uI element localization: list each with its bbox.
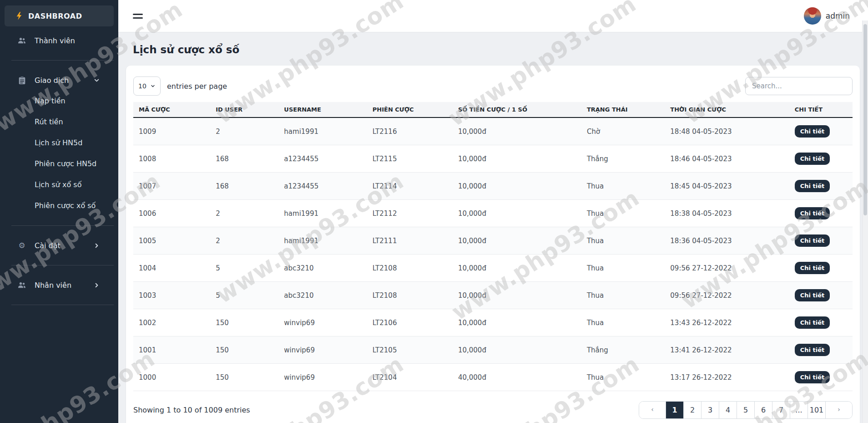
detail-button[interactable]: Chi tiết <box>795 153 830 165</box>
chevron-right-icon <box>93 242 100 249</box>
table-row: 10062hami1991LT211210,000đThua18:38 04-0… <box>133 200 853 227</box>
users-icon <box>16 280 27 290</box>
table-cell-actions: Chi tiết <box>789 173 853 200</box>
detail-button[interactable]: Chi tiết <box>795 207 830 219</box>
divider <box>11 60 114 61</box>
sidebar-item-thanh-vien[interactable]: Thành viên <box>0 30 118 51</box>
table-cell-actions: Chi tiết <box>789 117 853 145</box>
pagination-next[interactable]: › <box>825 402 852 418</box>
sidebar-subitem-phien-cuoc-xo-so[interactable]: Phiên cược xổ số <box>0 195 118 216</box>
table-cell: LT2112 <box>367 200 453 227</box>
table-cell: 18:36 04-05-2023 <box>665 227 789 255</box>
table-cell: Thắng <box>581 145 665 173</box>
sidebar-item-cai-dat[interactable]: ⚙ Cài đặt <box>0 235 118 256</box>
table-cell: LT2106 <box>367 309 453 336</box>
col-trang-thai: TRẠNG THÁI <box>581 102 665 117</box>
table-cell: LT2105 <box>367 336 453 364</box>
detail-button[interactable]: Chi tiết <box>795 316 830 329</box>
detail-button[interactable]: Chi tiết <box>795 289 830 301</box>
table-cell: 2 <box>210 117 278 145</box>
pagination-prev[interactable]: ‹ <box>639 402 666 418</box>
table-cell: 18:48 04-05-2023 <box>665 117 789 145</box>
table-cell: 1007 <box>133 173 210 200</box>
topbar: admin <box>118 0 868 32</box>
table-cell: 18:46 04-05-2023 <box>665 145 789 173</box>
table-row: 1002150winvip69LT210610,000đThua13:43 26… <box>133 309 853 336</box>
col-ma-cuoc: MÃ CƯỢC <box>133 102 210 117</box>
table-cell-actions: Chi tiết <box>789 282 853 309</box>
sidebar-subitem-lich-su-hn5d[interactable]: Lịch sử HN5d <box>0 133 118 153</box>
detail-button[interactable]: Chi tiết <box>795 234 830 247</box>
divider <box>11 265 114 265</box>
lightning-icon <box>15 11 23 20</box>
pagination-page[interactable]: 5 <box>737 402 754 418</box>
gear-icon: ⚙ <box>16 242 27 250</box>
pagination-page[interactable]: 1 <box>666 402 683 418</box>
table-cell: 1003 <box>133 282 210 309</box>
table-cell: 09:56 27-12-2022 <box>665 282 789 309</box>
table-cell-actions: Chi tiết <box>789 200 853 227</box>
sidebar-item-label: Thành viên <box>35 36 75 45</box>
detail-button[interactable]: Chi tiết <box>795 180 830 192</box>
sidebar-subitem-phien-cuoc-hn5d[interactable]: Phiên cược HN5d <box>0 153 118 174</box>
pagination-page[interactable]: 4 <box>719 402 737 418</box>
table-cell: 09:56 27-12-2022 <box>665 255 789 282</box>
brand[interactable]: DASHBROAD <box>5 5 114 26</box>
pagination-ellipsis[interactable]: ... <box>790 402 807 418</box>
col-phien-cuoc: PHIÊN CƯỢC <box>367 102 453 117</box>
pagination-page[interactable]: 3 <box>701 402 719 418</box>
table-cell: 1008 <box>133 145 210 173</box>
detail-button[interactable]: Chi tiết <box>795 344 830 356</box>
table-cell: a1234455 <box>278 173 367 200</box>
table-cell: 13:17 26-12-2022 <box>665 364 789 391</box>
hamburger-menu-icon[interactable] <box>133 14 144 19</box>
bets-table: MÃ CƯỢC ID USER USERNAME PHIÊN CƯỢC SỐ T… <box>133 102 853 391</box>
table-cell: LT2114 <box>367 173 453 200</box>
table-cell: 1001 <box>133 336 210 364</box>
sidebar-item-nhan-vien[interactable]: Nhân viên <box>0 275 118 296</box>
table-cell: Thua <box>581 227 665 255</box>
detail-button[interactable]: Chi tiết <box>795 371 830 383</box>
sidebar-subitem-lich-su-xo-so[interactable]: Lịch sử xổ số <box>0 174 118 195</box>
table-cell: Thắng <box>581 336 665 364</box>
sidebar-subitem-nap-tien[interactable]: Nạp tiền <box>0 91 118 112</box>
table-cell: 10,000đ <box>453 200 581 227</box>
table-row: 1007168a1234455LT211410,000đThua18:45 04… <box>133 173 853 200</box>
users-icon <box>16 36 27 45</box>
pagination-page[interactable]: 7 <box>772 402 790 418</box>
table-cell: LT2115 <box>367 145 453 173</box>
table-cell: LT2108 <box>367 282 453 309</box>
table-controls: 10 entries per page <box>133 76 853 96</box>
table-row: 1001150winvip69LT210510,000đThắng13:41 2… <box>133 336 853 364</box>
sidebar-subitem-rut-tien[interactable]: Rút tiền <box>0 112 118 133</box>
divider <box>11 305 114 305</box>
table-cell: LT2104 <box>367 364 453 391</box>
scrollbar-thumb[interactable] <box>863 24 867 215</box>
table-cell: Thua <box>581 309 665 336</box>
detail-button[interactable]: Chi tiết <box>795 262 830 274</box>
detail-button[interactable]: Chi tiết <box>795 125 830 138</box>
table-cell: Thua <box>581 364 665 391</box>
table-cell: Thua <box>581 282 665 309</box>
sidebar-item-label: Giao dịch <box>35 76 69 85</box>
entries-per-page-select[interactable]: 10 <box>133 76 161 96</box>
table-footer: Showing 1 to 10 of 1009 entries ‹1234567… <box>133 401 853 419</box>
user-menu[interactable]: admin <box>804 7 850 25</box>
pagination: ‹1234567...101› <box>639 401 853 419</box>
table-cell: 1002 <box>133 309 210 336</box>
table-cell: LT2108 <box>367 255 453 282</box>
table-cell: 1004 <box>133 255 210 282</box>
table-card: 10 entries per page MÃ CƯỢC ID USER USER… <box>126 66 860 423</box>
sidebar-item-giao-dich[interactable]: Giao dịch <box>0 70 118 91</box>
table-cell-actions: Chi tiết <box>789 255 853 282</box>
search-input[interactable] <box>745 77 853 95</box>
pagination-page[interactable]: 6 <box>754 402 772 418</box>
main-content: admin Lịch sử cược xổ số 10 entries per … <box>118 0 868 423</box>
table-cell: winvip69 <box>278 309 367 336</box>
table-cell: 2 <box>210 227 278 255</box>
pagination-page[interactable]: 101 <box>807 402 825 418</box>
table-cell: hami1991 <box>278 117 367 145</box>
table-row: 10092hami1991LT211610,000đChờ18:48 04-05… <box>133 117 853 145</box>
pagination-page[interactable]: 2 <box>683 402 701 418</box>
table-row: 1008168a1234455LT211510,000đThắng18:46 0… <box>133 145 853 173</box>
